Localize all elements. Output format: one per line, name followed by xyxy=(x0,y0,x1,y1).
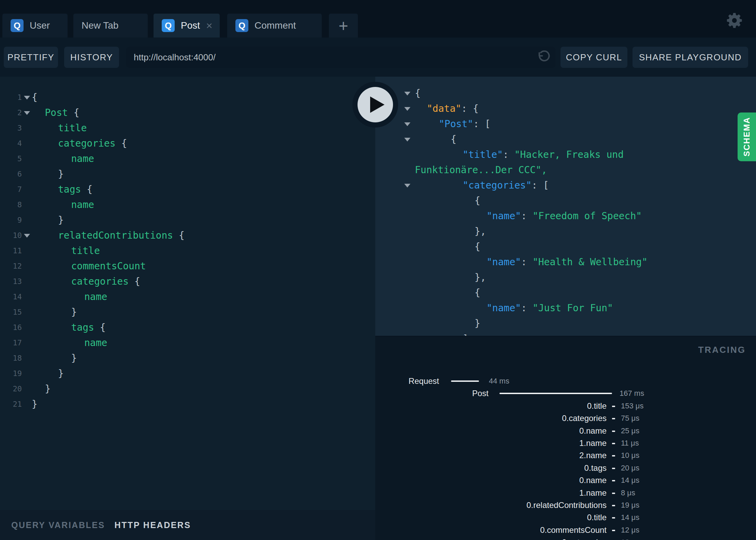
trace-duration-bar xyxy=(499,393,612,394)
code-text: } xyxy=(32,396,38,412)
trace-row: 0.relatedContributions19 μs xyxy=(375,499,756,511)
query-line: 11title xyxy=(0,243,375,258)
code-text: "name": "Just For Fun" xyxy=(486,300,613,316)
trace-duration-value: 14 μs xyxy=(621,511,639,524)
tab-label: User xyxy=(30,20,50,31)
query-line: 15} xyxy=(0,304,375,320)
endpoint-url-input[interactable] xyxy=(126,47,555,68)
trace-row: 0.commentsCount12 μs xyxy=(375,524,756,536)
code-text: { xyxy=(475,193,480,208)
code-text: } xyxy=(71,350,77,366)
trace-duration-dash xyxy=(612,431,615,432)
code-text: "Post": [ xyxy=(439,116,491,132)
fold-arrow-icon[interactable] xyxy=(404,122,410,126)
code-text: name xyxy=(71,197,94,212)
trace-duration-dash xyxy=(612,505,615,506)
code-text: }, xyxy=(475,224,486,239)
code-text: categories { xyxy=(58,136,127,151)
close-tab-icon[interactable]: × xyxy=(206,20,213,31)
trace-label: 0.relatedContributions xyxy=(526,499,607,511)
fold-arrow-icon[interactable] xyxy=(24,96,30,100)
code-text: "name": "Health & Wellbeing" xyxy=(486,254,648,270)
fold-arrow-icon[interactable] xyxy=(24,111,30,115)
code-text: { xyxy=(451,132,456,147)
trace-duration-dash xyxy=(612,530,615,531)
line-number: 7 xyxy=(0,182,22,197)
code-text: tags { xyxy=(58,182,92,197)
trace-duration-value: 153 μs xyxy=(621,400,644,412)
query-line: 20} xyxy=(0,381,375,396)
toolbar: PRETTIFY HISTORY COPY CURL SHARE PLAYGRO… xyxy=(0,38,756,77)
tab-new-tab[interactable]: New Tab xyxy=(73,14,148,38)
fold-arrow-icon[interactable] xyxy=(404,107,410,111)
response-line: { xyxy=(375,193,756,208)
response-line: } xyxy=(375,316,756,331)
response-line: ] xyxy=(375,331,756,336)
line-number: 14 xyxy=(0,289,22,304)
tab-label: Post xyxy=(181,20,200,31)
query-line: 1{ xyxy=(0,90,375,105)
line-number: 20 xyxy=(0,381,22,396)
code-text: }, xyxy=(475,270,486,285)
reset-endpoint-icon[interactable] xyxy=(536,50,551,65)
code-text: { xyxy=(475,239,480,254)
http-headers-tab[interactable]: HTTP HEADERS xyxy=(115,520,191,530)
tab-comment[interactable]: QComment xyxy=(227,14,322,38)
tab-post[interactable]: QPost× xyxy=(154,14,220,38)
schema-side-tab[interactable]: SCHEMA xyxy=(738,112,756,161)
line-number: 17 xyxy=(0,335,22,350)
trace-duration-value: 11 μs xyxy=(621,437,639,449)
code-text: ] xyxy=(463,331,468,336)
query-line: 4categories { xyxy=(0,136,375,151)
play-button-circle xyxy=(358,87,393,122)
code-text: "data": { xyxy=(427,101,479,116)
fold-arrow-icon[interactable] xyxy=(404,138,410,141)
response-line: "name": "Just For Fun" xyxy=(375,300,756,316)
line-number: 18 xyxy=(0,350,22,366)
fold-arrow-icon[interactable] xyxy=(24,234,30,238)
query-editor[interactable]: 1{2Post {3title4categories {5name6}7tags… xyxy=(0,77,375,510)
trace-row: 0.name14 μs xyxy=(375,474,756,486)
line-number: 2 xyxy=(0,105,22,120)
query-variables-tab[interactable]: QUERY VARIABLES xyxy=(11,520,105,530)
trace-duration-value: 44 ms xyxy=(489,375,509,387)
query-line: 19} xyxy=(0,366,375,381)
trace-row: 0.name25 μs xyxy=(375,425,756,437)
trace-label: 0.title xyxy=(587,400,607,412)
response-line: { xyxy=(375,285,756,300)
query-line: 16tags { xyxy=(0,320,375,335)
new-tab-button[interactable]: + xyxy=(329,14,358,38)
response-line: { xyxy=(375,132,756,147)
response-pane: {"data": {"Post": [{"title": "Hacker, Fr… xyxy=(375,77,756,336)
line-number: 1 xyxy=(0,90,22,105)
query-line: 13categories { xyxy=(0,274,375,289)
response-line: }, xyxy=(375,270,756,285)
query-line: 12commentsCount xyxy=(0,258,375,274)
trace-label: 0.categories xyxy=(562,536,607,540)
line-number: 19 xyxy=(0,366,22,381)
tab-user[interactable]: QUser xyxy=(2,14,68,38)
prettify-button[interactable]: PRETTIFY xyxy=(4,47,58,68)
trace-duration-dash xyxy=(612,468,615,469)
copy-curl-button[interactable]: COPY CURL xyxy=(561,47,627,68)
trace-label: 0.title xyxy=(587,511,607,524)
response-line: "name": "Freedom of Speech" xyxy=(375,208,756,224)
line-number: 4 xyxy=(0,136,22,151)
trace-row: 2.name10 μs xyxy=(375,449,756,462)
code-text: relatedContributions { xyxy=(58,228,185,243)
settings-gear-icon[interactable] xyxy=(726,12,744,29)
tab-label: Comment xyxy=(255,20,296,31)
trace-label: 0.tags xyxy=(584,462,607,474)
fold-arrow-icon[interactable] xyxy=(404,184,410,188)
execute-query-button[interactable] xyxy=(352,82,398,127)
code-text: name xyxy=(84,335,107,350)
response-line: "categories": [ xyxy=(375,178,756,193)
fold-arrow-icon[interactable] xyxy=(404,92,410,95)
share-playground-button[interactable]: SHARE PLAYGROUND xyxy=(633,47,748,68)
history-button[interactable]: HISTORY xyxy=(64,47,119,68)
response-line: { xyxy=(375,86,756,101)
trace-duration-value: 25 μs xyxy=(621,425,639,437)
trace-label: Request xyxy=(409,375,439,387)
trace-label: 0.name xyxy=(579,474,607,486)
trace-row: 1.name11 μs xyxy=(375,437,756,449)
